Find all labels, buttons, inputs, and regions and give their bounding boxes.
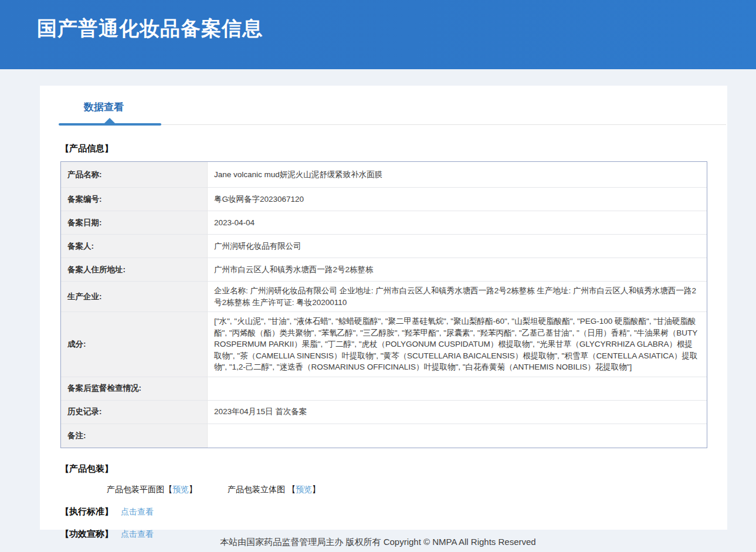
row-value: 广州润研化妆品有限公司 (208, 235, 707, 258)
row-label: 备案人住所地址: (61, 258, 208, 281)
standard-view-link[interactable]: 点击查看 (121, 507, 154, 516)
efficacy-row: 【功效宣称】点击查看 (60, 529, 727, 540)
row-value: 粤G妆网备字2023067120 (208, 188, 707, 211)
tab-underline (40, 121, 727, 128)
table-row: 产品名称: Jane volcanic mud妍泥火山泥舒缓紧致补水面膜 (61, 162, 707, 188)
bracket: 】 (312, 485, 320, 494)
row-label: 历史记录: (61, 401, 208, 424)
bracket: 】 (189, 485, 197, 494)
row-value: 2023-04-04 (208, 211, 707, 234)
packaging-stereo-preview-link[interactable]: 预览 (296, 485, 312, 494)
page-header: 国产普通化妆品备案信息 (0, 0, 756, 69)
row-label: 产品名称: (61, 162, 208, 187)
bracket: 【 (164, 485, 172, 494)
tab-active-pointer-icon (104, 118, 115, 123)
row-label: 备案后监督检查情况: (61, 377, 208, 400)
tab-data-view[interactable]: 数据查看 (84, 100, 124, 114)
row-value: 2023年04月15日 首次备案 (208, 401, 707, 424)
tab-active-indicator (59, 123, 161, 126)
table-row: 备案编号: 粤G妆网备字2023067120 (61, 188, 707, 211)
row-value: Jane volcanic mud妍泥火山泥舒缓紧致补水面膜 (208, 162, 707, 187)
row-value: 广州市白云区人和镇秀水塘西一路2号2栋整栋 (208, 258, 707, 281)
bracket: 【 (287, 485, 296, 494)
table-row: 历史记录: 2023年04月15日 首次备案 (61, 401, 707, 424)
row-label: 成分: (61, 312, 208, 377)
content-card: 数据查看 【产品信息】 产品名称: Jane volcanic mud妍泥火山泥… (40, 86, 727, 530)
row-label: 备案日期: (61, 211, 208, 234)
product-info-table: 产品名称: Jane volcanic mud妍泥火山泥舒缓紧致补水面膜 备案编… (60, 161, 707, 448)
standard-title: 【执行标准】 (60, 506, 113, 516)
packaging-links-row: 产品包装平面图【预览】产品包装立体图 【预览】 (107, 485, 727, 495)
row-value: ["水", "火山泥", "甘油", "液体石蜡", "鲸蜡硬脂醇", "聚二甲… (208, 312, 707, 377)
packaging-flat-preview-link[interactable]: 预览 (172, 485, 189, 494)
table-row: 生产企业: 企业名称: 广州润研化妆品有限公司 企业地址: 广州市白云区人和镇秀… (61, 282, 707, 312)
row-value (208, 424, 707, 448)
section-title-product-info: 【产品信息】 (60, 143, 727, 154)
table-row: 备注: (61, 424, 707, 448)
row-label: 备注: (61, 424, 208, 448)
row-value (208, 377, 707, 400)
table-row: 备案日期: 2023-04-04 (61, 211, 707, 235)
efficacy-view-link[interactable]: 点击查看 (121, 529, 154, 539)
packaging-stereo-label: 产品包装立体图 (228, 485, 287, 494)
section-title-packaging: 【产品包装】 (60, 463, 727, 475)
standard-row: 【执行标准】点击查看 (60, 506, 727, 517)
table-row: 成分: ["水", "火山泥", "甘油", "液体石蜡", "鲸蜡硬脂醇", … (61, 312, 707, 377)
efficacy-title: 【功效宣称】 (60, 529, 113, 539)
page-title: 国产普通化妆品备案信息 (0, 0, 756, 42)
packaging-flat-label: 产品包装平面图 (107, 485, 164, 494)
table-row: 备案人: 广州润研化妆品有限公司 (61, 235, 707, 258)
row-label: 生产企业: (61, 282, 208, 311)
tab-bar: 数据查看 (40, 86, 727, 128)
row-value: 企业名称: 广州润研化妆品有限公司 企业地址: 广州市白云区人和镇秀水塘西一路2… (208, 282, 707, 311)
table-row: 备案后监督检查情况: (61, 377, 707, 401)
table-row: 备案人住所地址: 广州市白云区人和镇秀水塘西一路2号2栋整栋 (61, 258, 707, 282)
row-label: 备案人: (61, 235, 208, 258)
row-label: 备案编号: (61, 188, 208, 211)
